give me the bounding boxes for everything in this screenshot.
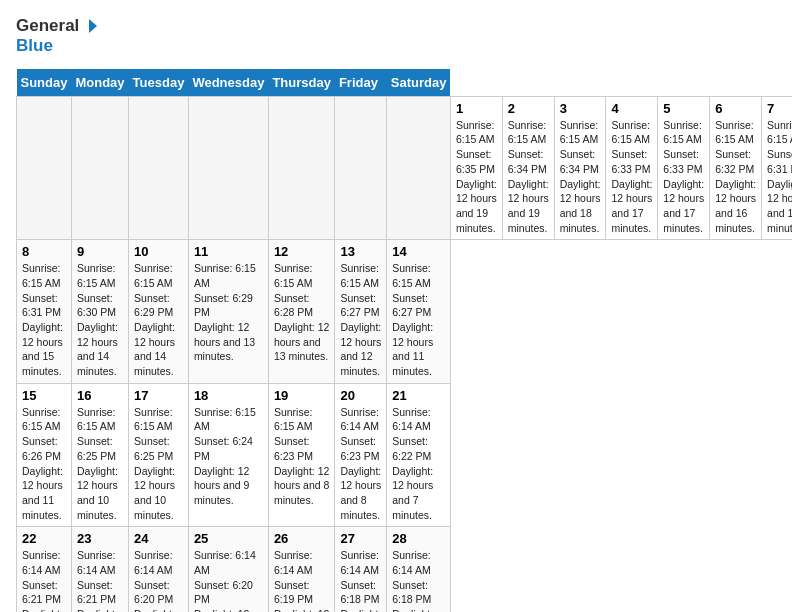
day-number: 14 (392, 244, 445, 259)
cell-info: Sunrise: 6:15 AMSunset: 6:25 PMDaylight:… (77, 405, 123, 523)
logo: General Blue (16, 16, 99, 57)
cell-info: Sunrise: 6:15 AMSunset: 6:27 PMDaylight:… (340, 261, 381, 379)
calendar-cell (268, 96, 335, 240)
cell-info: Sunrise: 6:15 AMSunset: 6:24 PMDaylight:… (194, 405, 263, 508)
page-header: General Blue (16, 16, 776, 57)
day-number: 4 (611, 101, 652, 116)
col-header-monday: Monday (71, 69, 128, 97)
cell-info: Sunrise: 6:15 AMSunset: 6:35 PMDaylight:… (456, 118, 497, 236)
cell-info: Sunrise: 6:15 AMSunset: 6:29 PMDaylight:… (134, 261, 183, 379)
calendar-cell: 15Sunrise: 6:15 AMSunset: 6:26 PMDayligh… (17, 383, 72, 527)
calendar-cell: 11Sunrise: 6:15 AMSunset: 6:29 PMDayligh… (188, 240, 268, 384)
day-number: 21 (392, 388, 445, 403)
calendar-cell: 5Sunrise: 6:15 AMSunset: 6:33 PMDaylight… (658, 96, 710, 240)
calendar-cell: 17Sunrise: 6:15 AMSunset: 6:25 PMDayligh… (129, 383, 189, 527)
day-number: 11 (194, 244, 263, 259)
day-number: 17 (134, 388, 183, 403)
logo-container: General Blue (16, 16, 99, 57)
calendar-cell: 8Sunrise: 6:15 AMSunset: 6:31 PMDaylight… (17, 240, 72, 384)
day-number: 12 (274, 244, 330, 259)
calendar-cell: 19Sunrise: 6:15 AMSunset: 6:23 PMDayligh… (268, 383, 335, 527)
cell-info: Sunrise: 6:15 AMSunset: 6:32 PMDaylight:… (715, 118, 756, 236)
cell-info: Sunrise: 6:14 AMSunset: 6:23 PMDaylight:… (340, 405, 381, 523)
logo-text-general: General (16, 16, 79, 36)
cell-info: Sunrise: 6:15 AMSunset: 6:27 PMDaylight:… (392, 261, 445, 379)
cell-info: Sunrise: 6:15 AMSunset: 6:31 PMDaylight:… (22, 261, 66, 379)
day-number: 6 (715, 101, 756, 116)
day-number: 9 (77, 244, 123, 259)
calendar-cell: 9Sunrise: 6:15 AMSunset: 6:30 PMDaylight… (71, 240, 128, 384)
col-header-thursday: Thursday (268, 69, 335, 97)
col-header-saturday: Saturday (387, 69, 451, 97)
calendar-cell: 4Sunrise: 6:15 AMSunset: 6:33 PMDaylight… (606, 96, 658, 240)
calendar-table: SundayMondayTuesdayWednesdayThursdayFrid… (16, 69, 792, 612)
day-number: 7 (767, 101, 792, 116)
cell-info: Sunrise: 6:15 AMSunset: 6:33 PMDaylight:… (611, 118, 652, 236)
calendar-cell: 16Sunrise: 6:15 AMSunset: 6:25 PMDayligh… (71, 383, 128, 527)
calendar-week-2: 8Sunrise: 6:15 AMSunset: 6:31 PMDaylight… (17, 240, 793, 384)
calendar-cell (188, 96, 268, 240)
calendar-cell: 3Sunrise: 6:15 AMSunset: 6:34 PMDaylight… (554, 96, 606, 240)
cell-info: Sunrise: 6:15 AMSunset: 6:33 PMDaylight:… (663, 118, 704, 236)
calendar-week-1: 1Sunrise: 6:15 AMSunset: 6:35 PMDaylight… (17, 96, 793, 240)
cell-info: Sunrise: 6:15 AMSunset: 6:34 PMDaylight:… (560, 118, 601, 236)
calendar-cell: 1Sunrise: 6:15 AMSunset: 6:35 PMDaylight… (450, 96, 502, 240)
calendar-cell: 13Sunrise: 6:15 AMSunset: 6:27 PMDayligh… (335, 240, 387, 384)
cell-info: Sunrise: 6:14 AMSunset: 6:18 PMDaylight:… (340, 548, 381, 612)
day-number: 8 (22, 244, 66, 259)
cell-info: Sunrise: 6:15 AMSunset: 6:26 PMDaylight:… (22, 405, 66, 523)
calendar-cell (335, 96, 387, 240)
cell-info: Sunrise: 6:15 AMSunset: 6:23 PMDaylight:… (274, 405, 330, 508)
col-header-wednesday: Wednesday (188, 69, 268, 97)
col-header-friday: Friday (335, 69, 387, 97)
calendar-cell: 7Sunrise: 6:15 AMSunset: 6:31 PMDaylight… (762, 96, 792, 240)
day-number: 10 (134, 244, 183, 259)
calendar-cell (71, 96, 128, 240)
day-number: 22 (22, 531, 66, 546)
calendar-cell: 10Sunrise: 6:15 AMSunset: 6:29 PMDayligh… (129, 240, 189, 384)
calendar-week-4: 22Sunrise: 6:14 AMSunset: 6:21 PMDayligh… (17, 527, 793, 612)
cell-info: Sunrise: 6:14 AMSunset: 6:19 PMDaylight:… (274, 548, 330, 612)
svg-marker-0 (89, 19, 97, 33)
cell-info: Sunrise: 6:15 AMSunset: 6:30 PMDaylight:… (77, 261, 123, 379)
logo-arrow-icon (81, 17, 99, 35)
day-number: 5 (663, 101, 704, 116)
calendar-cell: 28Sunrise: 6:14 AMSunset: 6:18 PMDayligh… (387, 527, 451, 612)
calendar-cell: 26Sunrise: 6:14 AMSunset: 6:19 PMDayligh… (268, 527, 335, 612)
calendar-cell: 12Sunrise: 6:15 AMSunset: 6:28 PMDayligh… (268, 240, 335, 384)
calendar-cell (387, 96, 451, 240)
col-header-sunday: Sunday (17, 69, 72, 97)
col-header-tuesday: Tuesday (129, 69, 189, 97)
cell-info: Sunrise: 6:15 AMSunset: 6:31 PMDaylight:… (767, 118, 792, 236)
calendar-cell (129, 96, 189, 240)
calendar-cell: 24Sunrise: 6:14 AMSunset: 6:20 PMDayligh… (129, 527, 189, 612)
calendar-cell: 14Sunrise: 6:15 AMSunset: 6:27 PMDayligh… (387, 240, 451, 384)
cell-info: Sunrise: 6:14 AMSunset: 6:18 PMDaylight:… (392, 548, 445, 612)
day-number: 16 (77, 388, 123, 403)
day-number: 2 (508, 101, 549, 116)
calendar-cell: 20Sunrise: 6:14 AMSunset: 6:23 PMDayligh… (335, 383, 387, 527)
calendar-cell: 6Sunrise: 6:15 AMSunset: 6:32 PMDaylight… (710, 96, 762, 240)
calendar-cell: 23Sunrise: 6:14 AMSunset: 6:21 PMDayligh… (71, 527, 128, 612)
calendar-week-3: 15Sunrise: 6:15 AMSunset: 6:26 PMDayligh… (17, 383, 793, 527)
day-number: 20 (340, 388, 381, 403)
day-number: 27 (340, 531, 381, 546)
calendar-cell: 22Sunrise: 6:14 AMSunset: 6:21 PMDayligh… (17, 527, 72, 612)
cell-info: Sunrise: 6:14 AMSunset: 6:20 PMDaylight:… (134, 548, 183, 612)
day-number: 26 (274, 531, 330, 546)
cell-info: Sunrise: 6:15 AMSunset: 6:29 PMDaylight:… (194, 261, 263, 364)
day-number: 3 (560, 101, 601, 116)
calendar-cell: 25Sunrise: 6:14 AMSunset: 6:20 PMDayligh… (188, 527, 268, 612)
cell-info: Sunrise: 6:15 AMSunset: 6:34 PMDaylight:… (508, 118, 549, 236)
cell-info: Sunrise: 6:14 AMSunset: 6:20 PMDaylight:… (194, 548, 263, 612)
cell-info: Sunrise: 6:15 AMSunset: 6:25 PMDaylight:… (134, 405, 183, 523)
logo-text-blue: Blue (16, 36, 99, 56)
day-number: 13 (340, 244, 381, 259)
calendar-cell: 21Sunrise: 6:14 AMSunset: 6:22 PMDayligh… (387, 383, 451, 527)
cell-info: Sunrise: 6:14 AMSunset: 6:22 PMDaylight:… (392, 405, 445, 523)
cell-info: Sunrise: 6:15 AMSunset: 6:28 PMDaylight:… (274, 261, 330, 364)
header-row: SundayMondayTuesdayWednesdayThursdayFrid… (17, 69, 793, 97)
day-number: 25 (194, 531, 263, 546)
calendar-cell (17, 96, 72, 240)
day-number: 23 (77, 531, 123, 546)
